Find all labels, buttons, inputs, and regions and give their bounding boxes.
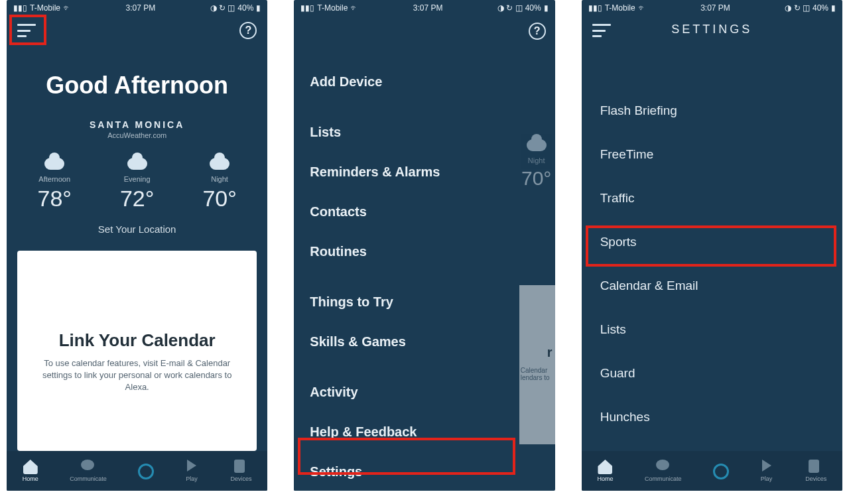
drawer-help-feedback[interactable]: Help & Feedback [294, 412, 519, 452]
home-icon [598, 460, 612, 474]
wifi-icon: ᯤ [350, 3, 358, 13]
cloud-icon [206, 151, 233, 170]
nav-label: Play [761, 475, 773, 482]
location-source: AccuWeather.com [7, 131, 267, 139]
bottom-nav: Home Communicate Play Devices [7, 451, 267, 491]
screen-home: ▮▮▯ T-Mobile ᯤ 3:07 PM ◑ ↻ ◫ 40% ▮ ? Goo… [7, 0, 267, 491]
drawer-skills-games[interactable]: Skills & Games [294, 322, 519, 362]
cloud-icon [523, 133, 550, 151]
weather-label: Afternoon [38, 175, 72, 183]
status-misc-icons: ◑ ↻ ◫ [497, 3, 523, 13]
drawer-add-device[interactable]: Add Device [294, 62, 519, 102]
carrier-label: T-Mobile [30, 3, 60, 13]
help-icon[interactable]: ? [239, 22, 257, 39]
wifi-icon: ᯤ [63, 3, 71, 13]
settings-flash-briefing[interactable]: Flash Briefing [582, 89, 842, 133]
battery-label: 40% [237, 3, 253, 13]
greeting-text: Good Afternoon [7, 72, 267, 99]
nav-home[interactable]: Home [23, 460, 38, 482]
nav-label: Communicate [70, 475, 107, 482]
settings-traffic[interactable]: Traffic [582, 176, 842, 220]
nav-communicate[interactable]: Communicate [645, 460, 682, 482]
nav-label: Communicate [645, 475, 682, 482]
carrier-label: T-Mobile [317, 3, 348, 13]
settings-lists[interactable]: Lists [582, 308, 842, 351]
nav-alexa[interactable] [713, 464, 728, 478]
help-glyph: ? [534, 25, 541, 37]
cloud-icon [124, 151, 151, 170]
screen-settings: ▮▮▯ T-Mobile ᯤ 3:07 PM ◑ ↻ ◫ 40% ▮ SETTI… [582, 0, 842, 491]
weather-night: Night 70° [202, 151, 236, 212]
bottom-nav: Home Communicate Play Devices [582, 451, 842, 491]
behind-card-fragment: r Calendar lendars to [517, 285, 555, 444]
nav-communicate[interactable]: Communicate [70, 460, 107, 482]
drawer-lists[interactable]: Lists [294, 113, 519, 153]
set-location-link[interactable]: Set Your Location [7, 223, 267, 235]
drawer-routines[interactable]: Routines [294, 232, 519, 272]
greeting-block: Good Afternoon [7, 72, 267, 99]
hamburger-icon[interactable] [17, 24, 36, 37]
drawer-things-to-try[interactable]: Things to Try [294, 283, 519, 322]
nav-devices[interactable]: Devices [231, 460, 252, 482]
drawer-activity[interactable]: Activity [294, 373, 519, 412]
battery-icon: ▮ [256, 3, 261, 13]
screen-drawer: ▮▮▯ T-Mobile ᯤ 3:07 PM ◑ ↻ ◫ 40% ▮ ? Nig… [294, 0, 555, 491]
status-bar: ▮▮▯ T-Mobile ᯤ 3:07 PM ◑ ↻ ◫ 40% ▮ [294, 0, 555, 16]
weather-temp: 72° [120, 186, 154, 212]
device-icon [234, 460, 245, 473]
weather-evening: Evening 72° [120, 151, 154, 212]
settings-hunches[interactable]: Hunches [582, 395, 842, 439]
settings-list: Flash Briefing FreeTime Traffic Sports C… [582, 45, 842, 483]
side-drawer: Add Device Lists Reminders & Alarms Cont… [294, 16, 519, 491]
behind-weather-night: Night 70° [517, 133, 555, 190]
battery-icon: ▮ [544, 3, 549, 13]
carrier-label: T-Mobile [605, 3, 635, 13]
drawer-contacts[interactable]: Contacts [294, 192, 519, 232]
card-frag: Calendar [521, 367, 553, 374]
device-icon [809, 460, 819, 473]
nav-alexa[interactable] [138, 464, 153, 478]
settings-freetime[interactable]: FreeTime [582, 133, 842, 176]
nav-label: Devices [805, 475, 826, 482]
location-block: SANTA MONICA AccuWeather.com [7, 119, 267, 139]
page-title: SETTINGS [582, 23, 842, 36]
weather-row: Afternoon 78° Evening 72° Night 70° [7, 151, 267, 212]
status-bar: ▮▮▯ T-Mobile ᯤ 3:07 PM ◑ ↻ ◫ 40% ▮ [582, 0, 842, 16]
home-icon [23, 460, 38, 474]
nav-play[interactable]: Play [184, 460, 199, 482]
settings-guard[interactable]: Guard [582, 351, 842, 395]
signal-icon: ▮▮▯ [13, 3, 27, 13]
app-header: ? [7, 16, 267, 45]
nav-home[interactable]: Home [597, 460, 613, 482]
drawer-settings[interactable]: Settings [294, 452, 519, 491]
nav-label: Home [23, 475, 38, 482]
status-time: 3:07 PM [700, 3, 730, 13]
weather-label: Evening [120, 175, 154, 183]
link-calendar-card[interactable]: Link Your Calendar To use calendar featu… [17, 251, 257, 451]
status-time: 3:07 PM [413, 3, 443, 13]
nav-label: Home [597, 475, 613, 482]
signal-icon: ▮▮▯ [588, 3, 602, 13]
chat-icon [81, 460, 94, 470]
wifi-icon: ᯤ [638, 3, 646, 13]
alexa-icon [713, 464, 729, 479]
help-icon[interactable]: ? [529, 23, 546, 40]
battery-label: 40% [813, 3, 828, 13]
battery-icon: ▮ [831, 3, 836, 13]
location-name: SANTA MONICA [7, 119, 267, 130]
weather-label: Night [517, 157, 555, 164]
drawer-reminders[interactable]: Reminders & Alarms [294, 153, 519, 192]
settings-calendar-email[interactable]: Calendar & Email [582, 264, 842, 308]
battery-label: 40% [525, 3, 541, 13]
settings-sports[interactable]: Sports [582, 220, 842, 264]
card-body: To use calendar features, visit E-mail &… [34, 357, 239, 394]
weather-label: Night [202, 175, 236, 183]
chat-icon [656, 460, 669, 470]
status-time: 3:07 PM [125, 3, 155, 13]
nav-devices[interactable]: Devices [805, 460, 826, 482]
weather-afternoon: Afternoon 78° [38, 151, 72, 212]
nav-label: Devices [231, 475, 252, 482]
play-icon [762, 460, 771, 472]
nav-play[interactable]: Play [759, 460, 774, 482]
card-frag: lendars to [521, 374, 553, 381]
